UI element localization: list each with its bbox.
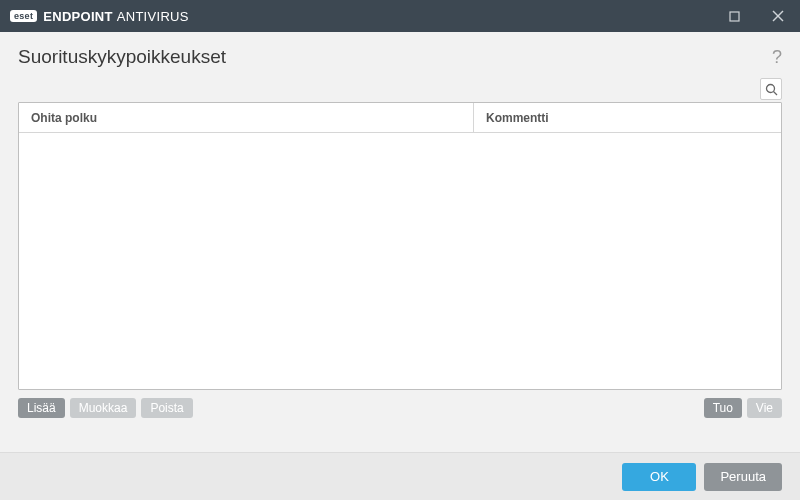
dialog-footer: OK Peruuta	[0, 452, 800, 500]
brand-light: ANTIVIRUS	[117, 9, 189, 24]
page-title: Suorituskykypoikkeukset	[18, 46, 772, 68]
svg-point-3	[766, 84, 774, 92]
column-header-path[interactable]: Ohita polku	[19, 103, 474, 132]
import-button[interactable]: Tuo	[704, 398, 742, 418]
svg-line-4	[773, 91, 777, 95]
close-icon	[772, 10, 784, 22]
close-button[interactable]	[756, 0, 800, 32]
table-actions: Lisää Muokkaa Poista Tuo Vie	[18, 398, 782, 418]
search-button[interactable]	[760, 78, 782, 100]
edit-button[interactable]: Muokkaa	[70, 398, 137, 418]
titlebar: eset ENDPOINT ANTIVIRUS	[0, 0, 800, 32]
search-row	[18, 78, 782, 100]
exclusions-table: Ohita polku Kommentti	[18, 102, 782, 390]
svg-rect-0	[730, 12, 739, 21]
maximize-icon	[729, 11, 740, 22]
export-button[interactable]: Vie	[747, 398, 782, 418]
brand-badge: eset	[10, 10, 37, 22]
content: Ohita polku Kommentti Lisää Muokkaa Pois…	[0, 78, 800, 418]
brand-text: ENDPOINT ANTIVIRUS	[43, 9, 189, 24]
add-button[interactable]: Lisää	[18, 398, 65, 418]
column-header-comment[interactable]: Kommentti	[474, 103, 781, 132]
cancel-button[interactable]: Peruuta	[704, 463, 782, 491]
table-header: Ohita polku Kommentti	[19, 103, 781, 133]
header-row: Suorituskykypoikkeukset ?	[0, 32, 800, 78]
ok-button[interactable]: OK	[622, 463, 696, 491]
brand-bold: ENDPOINT	[43, 9, 113, 24]
help-icon[interactable]: ?	[772, 47, 782, 68]
maximize-button[interactable]	[712, 0, 756, 32]
search-icon	[765, 83, 778, 96]
table-body[interactable]	[19, 133, 781, 389]
delete-button[interactable]: Poista	[141, 398, 192, 418]
